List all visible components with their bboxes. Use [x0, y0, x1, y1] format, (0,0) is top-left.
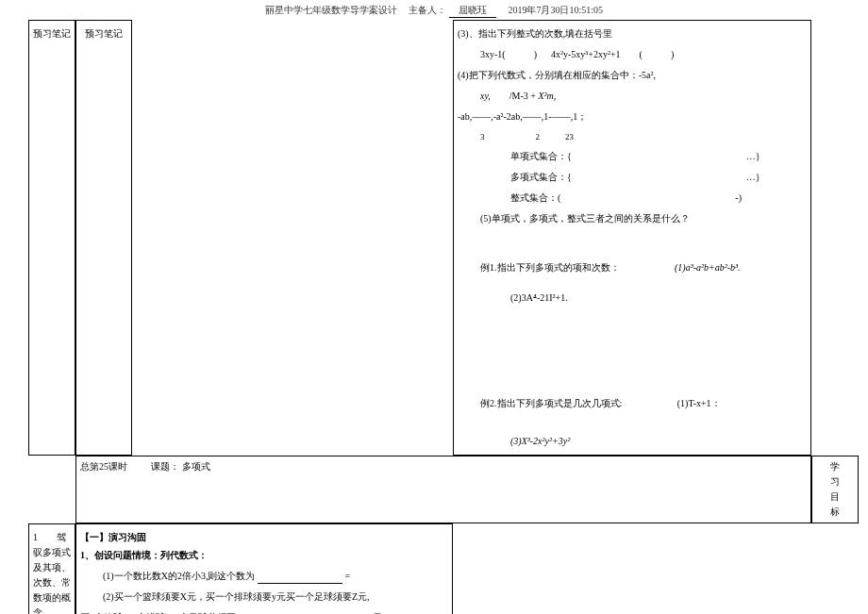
q1-head: 1、创设问题情境：列代数式： [80, 550, 208, 560]
right-column: (3)、指出下列整式的次数,填在括号里 3xy-1( ) 4x²y-5xy³+2… [453, 20, 811, 456]
set-int-label: 整式集合：( [510, 192, 560, 203]
preparer-name: 屈晓珏 [449, 4, 496, 18]
ex2-2: (3)X³-2x²y²+3y² [458, 434, 570, 449]
q1-1: (1)一个数比数X的2倍小3,则这个数为 [103, 571, 255, 581]
q1-2: (2)买一个篮球须要X元，买一个排球须要y元买一个足球须要Z元, [80, 589, 370, 605]
r-q3-e1b: 4x²y-5xy³+2xy²+1 ( ) [551, 49, 674, 59]
r-q4-l2c: X²m, [538, 91, 556, 101]
goals-label: 学习目标 [811, 456, 859, 523]
lesson-name: 多项式 [182, 461, 210, 472]
r-q3-e1a: 3xy-1( ) [480, 49, 537, 59]
goals-content: 1 驾驭多项式及其项、次数、常数项的概念。 2 精确的确定一个多项式的项数和次数… [28, 523, 75, 614]
r-q4-l2b: /M-3 + [509, 91, 536, 101]
ex1-2: (2)3A⁴-21I²+1. [458, 290, 568, 306]
lesson-label: 课题： [151, 461, 179, 472]
left-margin-note: 预习笔记 [28, 20, 75, 456]
set-poly-close: …} [746, 172, 760, 182]
set-mono-label: 单项式集合：{ [510, 151, 572, 161]
set-mono-close: …} [746, 151, 760, 161]
goal-1: 1 驾驭多项式及其项、次数、常数项的概念。 [33, 530, 71, 614]
set-poly-label: 多项式集合：{ [510, 172, 572, 182]
blank-field[interactable] [258, 574, 342, 584]
example-1: 例1.指出下列多项式的项和次数： [458, 260, 620, 275]
r-q5: (5)单项式，多项式，整式三者之间的关系是什么？ [458, 211, 690, 226]
right-margin-note: 预习笔记 [75, 20, 132, 456]
period-label: 总第25课时 [80, 461, 127, 472]
ex1-1: (1)a³-a²b+ab²-b³. [622, 260, 741, 275]
example-2: 例2.指出下列多项式是几次几项式: [458, 396, 622, 411]
header-datetime: 2019年7月30日10:51:05 [508, 5, 603, 15]
left-column: 【一】演习沟固 1、创设问题情境：列代数式： (1)一个数比数X的2倍小3,则这… [75, 523, 453, 614]
title-row: 总第25课时 课题： 多项式 [75, 456, 811, 523]
r-q4-l3: -ab,——,-a²-2ab,——,1-——,1； [458, 109, 807, 124]
ex2-1: (1)T-x+1： [625, 396, 721, 411]
set-int-close: -) [735, 192, 742, 203]
r-q4: (4)把下列代数式，分别填在相应的集合中：-5a², [458, 68, 807, 83]
page-header: 丽星中学七年级数学导学案设计 主备人： 屈晓珏 2019年7月30日10:51:… [0, 0, 868, 20]
r-q3: (3)、指出下列整式的次数,填在括号里 [458, 26, 807, 41]
preparer-label: 主备人： [409, 5, 446, 15]
section-1-head: 【一】演习沟固 [80, 530, 448, 545]
main-grid: 预习笔记 总第25课时 课题： 多项式 预习笔记 学习目标 1 驾驭多项式及其项… [28, 20, 840, 614]
school-name: 丽星中学七年级数学导学案设计 [265, 5, 397, 15]
r-q4-l3n: 3 2 23 [458, 130, 574, 143]
r-q4-l2a: xy, [480, 91, 491, 101]
